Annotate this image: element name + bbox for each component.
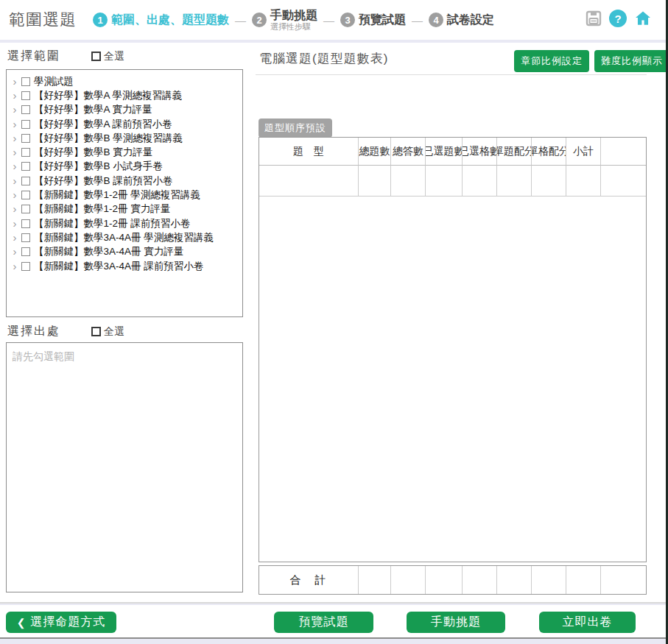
step-4-label: 試卷設定 — [447, 13, 494, 28]
tree-item[interactable]: ›【好好學】數學B 課前預習小卷 — [10, 174, 241, 188]
bottom-action-bar: ❮ 選擇命題方式 預覽試題 手動挑題 立即出卷 — [0, 605, 666, 639]
tree-item[interactable]: ›【好好學】數學B 小試身手卷 — [10, 160, 241, 174]
step-2-number: 2 — [252, 13, 267, 27]
step-2-manual-pick[interactable]: 2 手動挑題 選擇性步驟 — [252, 9, 317, 31]
tree-item-checkbox[interactable] — [21, 91, 30, 100]
table-row — [259, 166, 646, 197]
cell-empty — [601, 166, 646, 197]
expand-chevron-icon[interactable]: › — [10, 262, 20, 271]
step-2-sublabel: 選擇性步驟 — [270, 22, 317, 31]
expand-chevron-icon[interactable]: › — [10, 120, 20, 129]
difficulty-ratio-button[interactable]: 難度比例顯示 — [594, 50, 668, 72]
step-4-paper-settings[interactable]: 4 試卷設定 — [429, 13, 494, 28]
range-select-all-checkbox[interactable] — [91, 52, 101, 61]
cell-points-per-blank[interactable] — [532, 166, 566, 197]
tree-item[interactable]: ›【新關鍵】數學1-2冊 實力評量 — [10, 202, 241, 216]
main-content: 選擇範圍 全選 ›學測試題 ›【好好學】數學A 學測總複習講義 ›【好好學】數學… — [0, 43, 666, 604]
step-1-label: 範圍、出處、題型題數 — [111, 13, 229, 28]
totals-selected-blanks — [463, 566, 497, 594]
chapter-ratio-button[interactable]: 章節比例設定 — [514, 50, 589, 72]
cell-points-per-question[interactable] — [497, 166, 532, 197]
top-header: 範圍選題 1 範圍、出處、題型題數 — 2 手動挑題 選擇性步驟 — 3 預覽試… — [0, 0, 666, 40]
expand-chevron-icon[interactable]: › — [10, 233, 20, 242]
col-header-selected-questions: 已選題數 — [426, 138, 463, 166]
tree-item[interactable]: ›【好好學】數學B 學測總複習講義 — [10, 131, 241, 145]
cell-question-type[interactable] — [259, 166, 359, 197]
type-order-preset-badge[interactable]: 題型順序預設 — [259, 118, 332, 138]
step-indicator: 1 範圍、出處、題型題數 — 2 手動挑題 選擇性步驟 — 3 預覽試題 — 4… — [93, 9, 494, 31]
totals-total-questions — [359, 566, 391, 594]
tree-item-checkbox[interactable] — [21, 191, 30, 199]
range-section-title: 選擇範圍 — [7, 49, 60, 64]
save-icon[interactable] — [585, 10, 602, 27]
cell-selected-questions[interactable] — [426, 166, 463, 197]
expand-chevron-icon[interactable]: › — [10, 247, 20, 256]
step-separator: — — [412, 14, 423, 26]
source-placeholder: 請先勾選範圍 — [13, 350, 236, 364]
tree-item-checkbox[interactable] — [21, 233, 30, 242]
tree-item-checkbox[interactable] — [21, 120, 30, 129]
step-3-preview[interactable]: 3 預覽試題 — [340, 13, 406, 28]
help-icon[interactable]: ? — [609, 10, 627, 27]
page-title: 範圍選題 — [9, 9, 77, 31]
expand-chevron-icon[interactable]: › — [10, 91, 20, 100]
source-list[interactable]: 請先勾選範圍 — [6, 342, 243, 592]
totals-points-per-question — [497, 566, 532, 594]
tree-item[interactable]: ›【新關鍵】數學1-2冊 學測總複習講義 — [10, 188, 241, 202]
totals-row: 合 計 — [259, 566, 646, 594]
totals-empty — [601, 566, 646, 594]
generate-paper-button[interactable]: 立即出卷 — [539, 612, 636, 633]
source-select-all-checkbox[interactable] — [91, 327, 101, 336]
tree-item-checkbox[interactable] — [21, 77, 30, 86]
tree-item[interactable]: ›【好好學】數學A 課前預習小卷 — [10, 117, 241, 131]
expand-chevron-icon[interactable]: › — [10, 219, 20, 228]
step-4-number: 4 — [429, 13, 443, 27]
tree-item-checkbox[interactable] — [21, 105, 30, 114]
home-icon[interactable] — [633, 9, 653, 28]
expand-chevron-icon[interactable]: › — [10, 205, 20, 213]
totals-total-answers — [391, 566, 426, 594]
tree-item-checkbox[interactable] — [21, 162, 30, 171]
expand-chevron-icon[interactable]: › — [10, 148, 20, 157]
cell-total-questions[interactable] — [359, 166, 391, 197]
tree-item-checkbox[interactable] — [21, 177, 30, 185]
range-select-all[interactable]: 全選 — [91, 50, 124, 63]
tree-item-checkbox[interactable] — [21, 148, 30, 157]
tree-item-checkbox[interactable] — [21, 205, 30, 213]
tree-item[interactable]: ›【好好學】數學B 實力評量 — [10, 145, 241, 159]
col-header-selected-blanks: 已選格數 — [463, 138, 497, 166]
tree-item-checkbox[interactable] — [21, 262, 30, 271]
expand-chevron-icon[interactable]: › — [10, 191, 20, 199]
tree-item-checkbox[interactable] — [21, 219, 30, 228]
help-glyph: ? — [614, 13, 621, 25]
tree-item[interactable]: ›【好好學】數學A 學測總複習講義 — [10, 88, 241, 102]
step-1-range[interactable]: 1 範圍、出處、題型題數 — [93, 13, 229, 28]
range-tree[interactable]: ›學測試題 ›【好好學】數學A 學測總複習講義 ›【好好學】數學A 實力評量 ›… — [6, 69, 243, 317]
back-to-question-mode-button[interactable]: ❮ 選擇命題方式 — [6, 612, 116, 633]
preview-questions-button[interactable]: 預覽試題 — [274, 612, 373, 633]
col-header-points-per-question: 單題配分 — [497, 138, 532, 166]
source-select-all[interactable]: 全選 — [91, 325, 124, 339]
col-header-empty — [601, 138, 646, 166]
range-select-all-label: 全選 — [104, 50, 124, 63]
cell-total-answers[interactable] — [391, 166, 426, 197]
step-separator: — — [235, 14, 246, 26]
tree-item[interactable]: ›【新關鍵】數學3A-4A冊 學測總複習講義 — [10, 230, 241, 244]
tree-item-checkbox[interactable] — [21, 134, 30, 143]
tree-item[interactable]: ›【新關鍵】數學3A-4A冊 課前預習小卷 — [10, 259, 241, 273]
manual-pick-button[interactable]: 手動挑題 — [407, 612, 505, 633]
tree-item[interactable]: ›【新關鍵】數學1-2冊 課前預習小卷 — [10, 216, 241, 230]
step-2-label: 手動挑題 — [270, 9, 317, 22]
tree-item[interactable]: ›【新關鍵】數學3A-4A冊 實力評量 — [10, 245, 241, 259]
tree-item-checkbox[interactable] — [21, 247, 30, 256]
totals-selected-questions — [426, 566, 463, 594]
expand-chevron-icon[interactable]: › — [10, 162, 20, 171]
expand-chevron-icon[interactable]: › — [10, 77, 20, 86]
tree-item[interactable]: ›學測試題 — [10, 74, 241, 88]
expand-chevron-icon[interactable]: › — [10, 177, 20, 185]
cell-subtotal[interactable] — [566, 166, 601, 197]
cell-selected-blanks[interactable] — [463, 166, 497, 197]
tree-item[interactable]: ›【好好學】數學A 實力評量 — [10, 103, 241, 117]
expand-chevron-icon[interactable]: › — [10, 134, 20, 143]
expand-chevron-icon[interactable]: › — [10, 105, 20, 114]
